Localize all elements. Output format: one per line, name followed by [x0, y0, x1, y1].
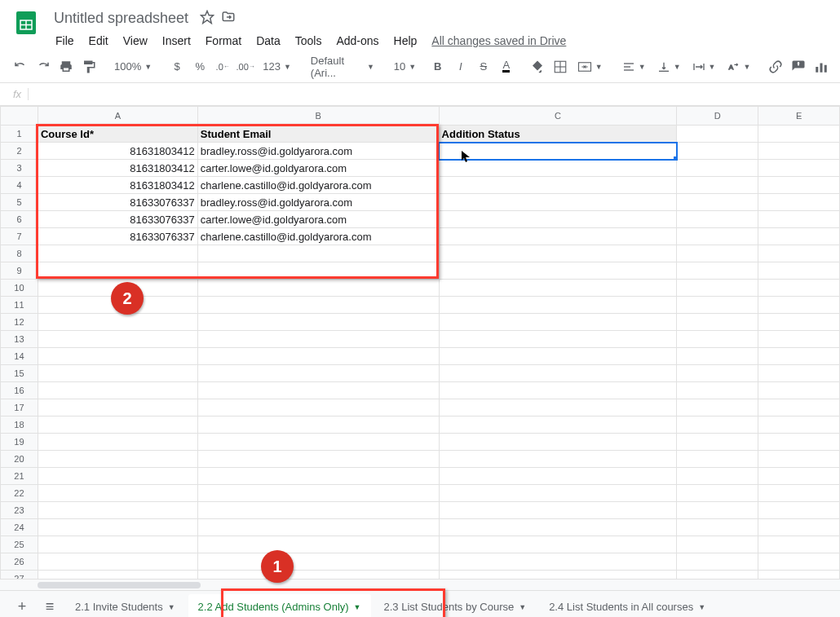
cell[interactable]	[439, 365, 677, 382]
col-header-B[interactable]: B	[197, 107, 439, 126]
menu-format[interactable]: Format	[199, 31, 248, 51]
cell[interactable]: 81631803412	[38, 143, 197, 160]
cell[interactable]	[758, 451, 840, 468]
cell[interactable]	[197, 434, 439, 451]
cell[interactable]	[758, 126, 840, 143]
cell[interactable]	[677, 416, 758, 434]
sheet-tab[interactable]: 2.1 Invite Students▼	[65, 594, 185, 618]
cell[interactable]	[677, 399, 758, 416]
strike-button[interactable]: S	[473, 56, 494, 77]
cell[interactable]	[758, 416, 840, 434]
row-header[interactable]: 11	[1, 297, 38, 314]
cell[interactable]	[197, 451, 439, 468]
cell[interactable]: carter.lowe@id.goldyarora.com	[197, 211, 439, 228]
sheet-tab[interactable]: 2.4 List Students in All courses▼	[539, 594, 715, 618]
cell[interactable]	[439, 502, 677, 519]
insert-chart-button[interactable]	[811, 56, 832, 77]
cell[interactable]	[758, 331, 840, 348]
menu-help[interactable]: Help	[387, 31, 424, 51]
insert-link-button[interactable]	[765, 56, 786, 77]
cell[interactable]: Addition Status	[439, 126, 677, 143]
cell[interactable]	[439, 416, 677, 434]
cell[interactable]	[758, 536, 840, 553]
cell[interactable]	[439, 571, 677, 580]
col-header-D[interactable]: D	[677, 107, 758, 126]
cell[interactable]	[38, 519, 197, 536]
row-header[interactable]: 3	[1, 160, 38, 177]
cell[interactable]: 81631803412	[38, 160, 197, 177]
all-sheets-button[interactable]: ≡	[38, 595, 62, 618]
cell[interactable]	[197, 348, 439, 365]
menu-file[interactable]: File	[49, 31, 81, 51]
menu-insert[interactable]: Insert	[156, 31, 197, 51]
cell[interactable]	[677, 468, 758, 485]
merge-dropdown[interactable]: ▼	[573, 56, 608, 77]
cell[interactable]: 81633076337	[38, 228, 197, 245]
formula-input[interactable]	[35, 88, 833, 100]
cell[interactable]	[197, 571, 439, 580]
row-header[interactable]: 22	[1, 485, 38, 502]
cell[interactable]	[758, 434, 840, 451]
cell[interactable]	[677, 314, 758, 331]
cell[interactable]: 81633076337	[38, 211, 197, 228]
cell[interactable]: 81631803412	[38, 177, 197, 194]
col-header-E[interactable]: E	[758, 107, 840, 126]
row-header[interactable]: 21	[1, 468, 38, 485]
cell[interactable]	[677, 245, 758, 262]
doc-title[interactable]: Untitled spreadsheet	[49, 8, 193, 29]
cell[interactable]	[439, 245, 677, 262]
cell[interactable]	[439, 297, 677, 314]
row-header[interactable]: 7	[1, 228, 38, 245]
cell[interactable]	[758, 143, 840, 160]
cell[interactable]	[439, 485, 677, 502]
cell[interactable]	[439, 553, 677, 571]
zoom-dropdown[interactable]: 100%▼	[109, 56, 157, 77]
cell[interactable]	[38, 485, 197, 502]
more-formats-dropdown[interactable]: 123▼	[258, 56, 296, 77]
cell[interactable]	[197, 468, 439, 485]
cell[interactable]	[758, 262, 840, 280]
cell[interactable]	[758, 365, 840, 382]
cell[interactable]	[439, 348, 677, 365]
menu-tools[interactable]: Tools	[289, 31, 329, 51]
bold-button[interactable]: B	[427, 56, 449, 77]
cell[interactable]	[197, 245, 439, 262]
cell[interactable]	[197, 519, 439, 536]
col-header-A[interactable]: A	[38, 107, 197, 126]
font-dropdown[interactable]: Default (Ari...▼	[306, 56, 379, 77]
spreadsheet-grid[interactable]: A B C D E 1 Course Id* Student Email Add…	[0, 106, 840, 579]
cell[interactable]	[439, 382, 677, 399]
row-header[interactable]: 23	[1, 502, 38, 519]
cell[interactable]	[439, 194, 677, 211]
cell[interactable]	[677, 382, 758, 399]
cell[interactable]	[439, 262, 677, 280]
cell[interactable]	[439, 228, 677, 245]
move-to-folder-icon[interactable]	[221, 10, 236, 27]
cell[interactable]	[38, 502, 197, 519]
col-header-C[interactable]: C	[439, 107, 677, 126]
cell[interactable]	[197, 382, 439, 399]
cell[interactable]	[38, 314, 197, 331]
cell[interactable]	[38, 365, 197, 382]
cell[interactable]	[197, 536, 439, 553]
cell[interactable]	[439, 314, 677, 331]
cell[interactable]	[758, 160, 840, 177]
row-header[interactable]: 24	[1, 519, 38, 536]
italic-button[interactable]: I	[450, 56, 471, 77]
menu-addons[interactable]: Add-ons	[329, 31, 385, 51]
cell[interactable]	[677, 126, 758, 143]
row-header[interactable]: 2	[1, 143, 38, 160]
undo-button[interactable]	[10, 56, 31, 77]
cell[interactable]	[677, 160, 758, 177]
cell[interactable]	[38, 571, 197, 580]
cell[interactable]	[197, 297, 439, 314]
row-header[interactable]: 5	[1, 194, 38, 211]
cell[interactable]	[38, 245, 197, 262]
font-size-dropdown[interactable]: 10▼	[389, 56, 418, 77]
row-header[interactable]: 25	[1, 536, 38, 553]
row-header[interactable]: 8	[1, 245, 38, 262]
cell[interactable]	[677, 571, 758, 580]
row-header[interactable]: 10	[1, 280, 38, 297]
cell[interactable]	[758, 280, 840, 297]
cell[interactable]	[677, 485, 758, 502]
